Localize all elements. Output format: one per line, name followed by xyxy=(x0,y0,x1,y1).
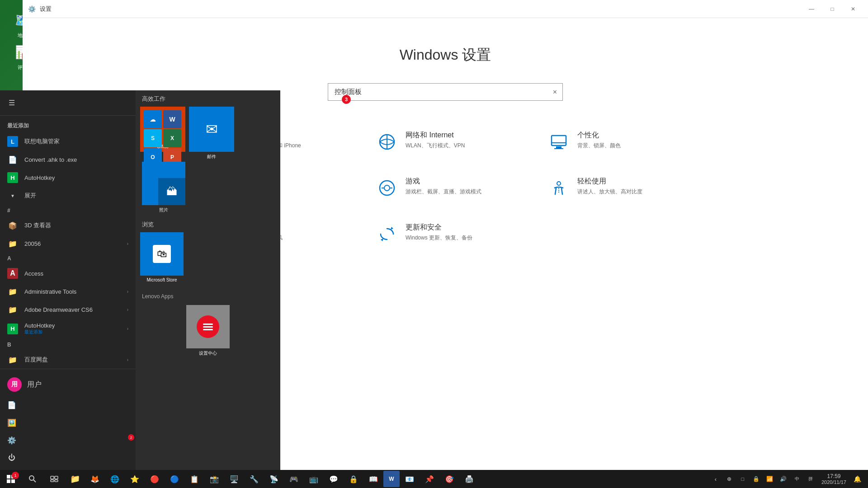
app-item-autohotkey[interactable]: H AutoHotkey 最近添加 › xyxy=(0,319,136,339)
camera-icon: 📸 xyxy=(210,475,219,483)
expand-arrow-adobe: › xyxy=(127,307,128,312)
search-clear-button[interactable]: × xyxy=(547,88,562,96)
settings-item-network-title: 网络和 Internet xyxy=(406,131,465,140)
app-item-lenovo-manager[interactable]: L 联想电脑管家 xyxy=(0,132,136,150)
tiles-section-productivity: 高效工作 ☁ W S X O P xyxy=(140,95,276,213)
tray-chevron[interactable]: ‹ xyxy=(709,470,722,488)
svg-rect-19 xyxy=(7,479,10,483)
taskbar-app-word[interactable]: W xyxy=(383,471,400,487)
settings-item-personalization[interactable]: 个性化 背景、锁屏、颜色 xyxy=(540,123,694,160)
target-icon: 🎯 xyxy=(445,475,454,483)
settings-item-personalization-text: 个性化 背景、锁屏、颜色 xyxy=(577,131,621,150)
app-item-baidu-netdisk-label: 百度网盘 xyxy=(24,356,121,364)
settings-item-accessibility[interactable]: 轻松使用 讲述人、放大镜、高对比度 xyxy=(540,169,694,206)
photos-tile-container[interactable]: 🏔 照片 xyxy=(142,162,185,213)
settings-button[interactable]: ⚙️ 2 xyxy=(0,432,136,449)
app-item-3d-viewer[interactable]: 📦 3D 查看器 xyxy=(0,216,136,235)
hamburger-button[interactable]: ☰ xyxy=(0,94,136,112)
taskbar-task-view-button[interactable] xyxy=(43,470,65,488)
app-item-convert-ahk[interactable]: 📄 Convert .ahk to .exe xyxy=(0,150,136,169)
pics-button[interactable]: 🖼️ xyxy=(0,414,136,432)
taskbar-app-target[interactable]: 🎯 xyxy=(439,470,459,488)
office-tile[interactable]: ☁ W S X O P Office xyxy=(140,107,185,152)
tray-volume-icon[interactable]: 🔊 xyxy=(777,470,790,488)
taskbar-search-button[interactable] xyxy=(22,470,43,488)
office-tile-container[interactable]: ☁ W S X O P Office xyxy=(140,107,185,160)
settings-center-tile-container[interactable]: 设置中心 xyxy=(140,305,276,357)
taskbar: 1 📁 🦊 🌐 ⭐ 🔴 🔵 📋 📸 🖥️ 🔧 📡 🎮 📺 💬 🔒 xyxy=(0,470,868,488)
mail-tile-container[interactable]: ✉ 邮件 xyxy=(189,107,234,160)
close-button[interactable]: ✕ xyxy=(843,2,863,16)
settings-item-gaming-title: 游戏 xyxy=(406,177,481,186)
tray-icon-2[interactable]: □ xyxy=(736,470,749,488)
taskbar-app-lock[interactable]: 🔒 xyxy=(344,470,363,488)
tray-notification-button[interactable]: 🔔 xyxy=(851,470,863,488)
network-icon xyxy=(376,131,398,153)
settings-item-network[interactable]: 网络和 Internet WLAN、飞行模式、VPN xyxy=(368,123,522,160)
taskbar-app-monitor[interactable]: 🖥️ xyxy=(224,470,244,488)
maximize-button[interactable]: □ xyxy=(822,2,843,16)
settings-search-input[interactable] xyxy=(328,84,547,100)
taskbar-app-camera[interactable]: 📸 xyxy=(204,470,224,488)
start-button[interactable]: 1 xyxy=(0,470,22,488)
taskbar-app-gaming[interactable]: 🎮 xyxy=(284,470,304,488)
svg-point-14 xyxy=(557,182,561,185)
office-excel-icon: X xyxy=(163,129,181,147)
tray-lang-icon[interactable]: 中 xyxy=(791,470,803,488)
lenovo-manager-icon: L xyxy=(7,136,18,147)
app-item-admin-tools[interactable]: 📁 Administrative Tools › xyxy=(0,282,136,300)
app-item-adobe-dw[interactable]: 📁 Adobe Dreamweaver CS6 › xyxy=(0,300,136,319)
settings-item-gaming[interactable]: 游戏 游戏栏、截屏、直播、游戏模式 xyxy=(368,169,522,206)
tray-wifi-icon[interactable]: 📶 xyxy=(764,470,776,488)
settings-item-network-desc: WLAN、飞行模式、VPN xyxy=(406,142,465,150)
star-icon: ⭐ xyxy=(130,475,139,483)
settings-center-tile[interactable] xyxy=(186,305,230,348)
expand-arrow-admin: › xyxy=(127,289,128,294)
settings-item-update[interactable]: 更新和安全 Windows 更新、恢复、备份 xyxy=(368,216,522,253)
photos-tile[interactable]: 🏔 xyxy=(142,162,185,205)
minimize-button[interactable]: — xyxy=(801,2,822,16)
taskbar-app-blue[interactable]: 🔵 xyxy=(165,470,184,488)
outlook-icon: 📧 xyxy=(405,475,414,483)
settings-item-update-title: 更新和安全 xyxy=(406,223,472,232)
tray-ime-icon[interactable]: 拼 xyxy=(804,470,817,488)
taskbar-app-chrome[interactable]: 🌐 xyxy=(105,470,125,488)
red-app-icon: 🔴 xyxy=(150,475,159,483)
mail-tile[interactable]: ✉ xyxy=(189,107,234,152)
taskbar-app-clipboard[interactable]: 📋 xyxy=(184,470,204,488)
start-menu-bottom: 用 用户 📄 🖼️ ⚙️ 2 ⏻ xyxy=(0,369,136,470)
app-item-20056[interactable]: 📁 20056 › xyxy=(0,235,136,253)
power-button[interactable]: ⏻ xyxy=(0,449,136,466)
app-item-autohotkey-top[interactable]: H AutoHotkey xyxy=(0,169,136,187)
blue-app-icon: 🔵 xyxy=(170,475,179,483)
taskbar-app-book[interactable]: 📖 xyxy=(363,470,383,488)
tray-icon-3[interactable]: 🔒 xyxy=(750,470,763,488)
svg-rect-26 xyxy=(55,480,58,482)
taskbar-app-red[interactable]: 🔴 xyxy=(145,470,165,488)
start-menu-left-panel: ☰ 最近添加 L 联想电脑管家 📄 Convert .ahk to .exe H… xyxy=(0,90,136,470)
tray-icon-1[interactable]: ⊕ xyxy=(723,470,736,488)
store-bag-icon: 🛍 xyxy=(157,248,167,260)
taskbar-app-outlook[interactable]: 📧 xyxy=(400,470,420,488)
taskbar-app-tv[interactable]: 📺 xyxy=(304,470,324,488)
tray-clock[interactable]: 17:59 2020/11/17 xyxy=(818,470,850,488)
taskbar-app-printer[interactable]: 🖨️ xyxy=(459,470,479,488)
taskbar-app-pin[interactable]: 📌 xyxy=(420,470,439,488)
app-item-access[interactable]: A Access xyxy=(0,264,136,282)
store-tile[interactable]: 🛍 xyxy=(140,232,184,276)
app-item-expand[interactable]: ▼ 展开 xyxy=(0,187,136,205)
taskbar-app-star[interactable]: ⭐ xyxy=(125,470,145,488)
taskbar-app-chat[interactable]: 💬 xyxy=(324,470,344,488)
docs-button[interactable]: 📄 xyxy=(0,396,136,414)
store-tile-container[interactable]: 🛍 Microsoft Store xyxy=(140,232,184,282)
user-button[interactable]: 用 用户 xyxy=(0,373,136,396)
taskbar-apps-area: 📁 🦊 🌐 ⭐ 🔴 🔵 📋 📸 🖥️ 🔧 📡 🎮 📺 💬 🔒 📖 W 📧 📌 🎯… xyxy=(65,470,709,488)
taskbar-app-firefox[interactable]: 🦊 xyxy=(85,470,105,488)
access-icon: A xyxy=(7,268,18,279)
taskbar-app-file-explorer[interactable]: 📁 xyxy=(65,470,85,488)
app-item-baidu-netdisk[interactable]: 📁 百度网盘 › xyxy=(0,351,136,369)
settings-item-network-text: 网络和 Internet WLAN、飞行模式、VPN xyxy=(406,131,465,150)
taskbar-app-tools[interactable]: 🔧 xyxy=(244,470,264,488)
app-item-3d-viewer-label: 3D 查看器 xyxy=(24,221,128,230)
taskbar-app-signal[interactable]: 📡 xyxy=(264,470,284,488)
